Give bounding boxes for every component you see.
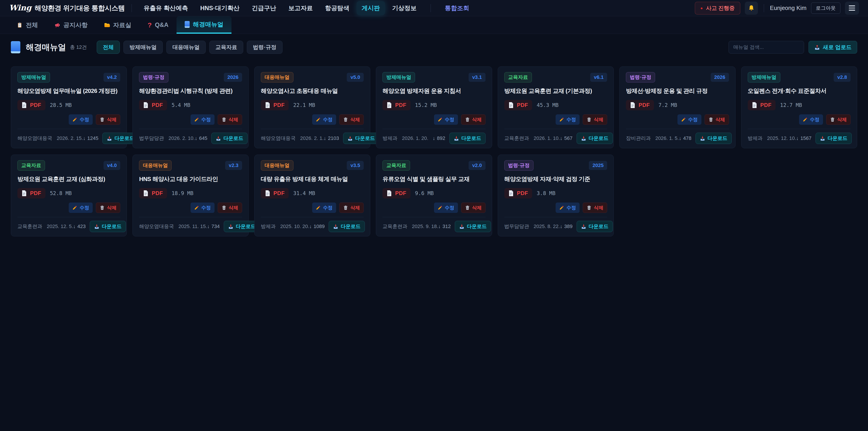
- delete-button[interactable]: 삭제: [339, 203, 364, 213]
- download-icon: [820, 135, 825, 141]
- nav-item-board[interactable]: 게시판: [357, 1, 385, 15]
- filter-chip-education[interactable]: 교육자료: [209, 41, 243, 54]
- version-badge: 2026: [711, 73, 729, 82]
- download-button[interactable]: 다운로드: [90, 221, 126, 232]
- manual-card: 대응매뉴얼 v3.5 대량 유출유 방제 대응 체계 매뉴얼 PDF 31.4 …: [254, 155, 370, 237]
- nav-item-aerial-search[interactable]: 항공탐색: [320, 1, 354, 15]
- folder-icon: [104, 22, 110, 28]
- download-icon: [459, 224, 465, 229]
- manual-title[interactable]: 방제요원 교육훈련 교재 (기본과정): [504, 87, 607, 95]
- manual-title[interactable]: 해양오염방제 업무매뉴얼 (2026 개정판): [18, 87, 120, 95]
- download-button[interactable]: 다운로드: [455, 221, 491, 232]
- nav-item-reports[interactable]: 보고자료: [283, 1, 318, 15]
- manual-title[interactable]: 방제요원 교육훈련 교재 (심화과정): [18, 175, 120, 183]
- edit-button[interactable]: 수정: [434, 203, 458, 213]
- download-button[interactable]: 다운로드: [343, 133, 379, 144]
- download-button[interactable]: 다운로드: [450, 133, 486, 144]
- download-button[interactable]: 다운로드: [329, 221, 365, 232]
- download-button[interactable]: 다운로드: [695, 133, 732, 144]
- file-size: 52.8 MB: [50, 190, 72, 196]
- edit-button[interactable]: 수정: [312, 203, 336, 213]
- manual-title[interactable]: 해양환경관리법 시행규칙 (방제 관련): [139, 87, 242, 95]
- filter-chip-all[interactable]: 전체: [97, 41, 120, 54]
- delete-button[interactable]: 삭제: [583, 114, 607, 125]
- nav-item-weather[interactable]: 기상정보: [387, 1, 422, 15]
- topbar: Wing 해양환경 위기대응 통합시스템 유출유 확산예측 HNS·대기확산 긴…: [0, 0, 868, 16]
- tab-qna[interactable]: ? Q&A: [140, 16, 177, 34]
- manual-title[interactable]: HNS 해양사고 대응 가이드라인: [139, 175, 242, 183]
- card-actions: 수정 삭제: [261, 114, 364, 125]
- file-size: 28.5 MB: [50, 102, 72, 108]
- card-footer: 방제과 2025. 12. 10. ↓ 1567 다운로드: [748, 129, 850, 144]
- download-button[interactable]: 다운로드: [211, 133, 248, 144]
- upload-date: 2025. 11. 15.: [178, 223, 207, 229]
- download-count: ↓ 1245: [83, 135, 98, 141]
- department: 장비관리과: [626, 135, 651, 142]
- delete-button[interactable]: 삭제: [96, 114, 120, 125]
- pencil-icon: [438, 117, 442, 122]
- manual-title[interactable]: 방제선·방제정 운용 및 관리 규정: [626, 87, 729, 95]
- file-type-label: PDF: [517, 102, 528, 108]
- manual-title[interactable]: 오일펜스 전개·회수 표준절차서: [748, 87, 850, 95]
- download-icon: [700, 135, 705, 141]
- edit-button[interactable]: 수정: [799, 114, 823, 125]
- edit-button[interactable]: 수정: [677, 114, 702, 125]
- card-actions: 수정 삭제: [18, 114, 120, 125]
- delete-button[interactable]: 삭제: [96, 203, 120, 213]
- delete-button[interactable]: 삭제: [461, 203, 486, 213]
- edit-button[interactable]: 수정: [191, 203, 215, 213]
- manual-title[interactable]: 해양오염방제 자재·약제 검정 기준: [504, 175, 607, 183]
- edit-button[interactable]: 수정: [191, 114, 215, 125]
- filter-chip-control-manual[interactable]: 방제매뉴얼: [123, 41, 163, 54]
- file-row: PDF 18.9 MB: [139, 188, 242, 198]
- delete-button[interactable]: 삭제: [218, 114, 242, 125]
- department: 교육훈련과: [382, 223, 407, 230]
- edit-button[interactable]: 수정: [312, 114, 336, 125]
- delete-button[interactable]: 삭제: [826, 114, 850, 125]
- card-footer: 방제과 2025. 10. 20. ↓ 1089 다운로드: [261, 217, 364, 232]
- delete-button[interactable]: 삭제: [339, 114, 364, 125]
- logout-button[interactable]: 로그아웃: [811, 2, 840, 14]
- download-button[interactable]: 다운로드: [815, 133, 852, 144]
- file-type-label: PDF: [395, 190, 406, 196]
- filter-chip-response-manual[interactable]: 대응매뉴얼: [166, 41, 206, 54]
- department: 해양오염대응국: [18, 135, 52, 142]
- nav-item-hns-diffusion[interactable]: HNS·대기확산: [195, 1, 245, 15]
- tab-notices[interactable]: 공지사항: [46, 16, 96, 34]
- manual-title[interactable]: 해양오염 방제자원 운용 지침서: [382, 87, 485, 95]
- card-header: 대응매뉴얼 v5.0: [261, 72, 364, 83]
- delete-button[interactable]: 삭제: [218, 203, 242, 213]
- nav-item-spill-forecast[interactable]: 유출유 확산예측: [138, 1, 193, 15]
- download-button[interactable]: 다운로드: [577, 221, 613, 232]
- download-button[interactable]: 다운로드: [577, 133, 613, 144]
- delete-button[interactable]: 삭제: [583, 203, 607, 213]
- card-header: 교육자료 v2.0: [382, 160, 485, 171]
- tab-manuals[interactable]: 해경매뉴얼: [177, 16, 231, 34]
- manual-title[interactable]: 해양오염사고 초동대응 매뉴얼: [261, 87, 364, 95]
- tab-all[interactable]: 전체: [8, 16, 46, 34]
- version-badge: 2025: [589, 161, 607, 170]
- edit-button[interactable]: 수정: [69, 114, 93, 125]
- file-type-label: PDF: [30, 190, 41, 196]
- delete-button[interactable]: 삭제: [705, 114, 729, 125]
- upload-date: 2025. 8. 22.: [534, 223, 560, 229]
- notification-button[interactable]: [745, 2, 758, 15]
- manual-title[interactable]: 대량 유출유 방제 대응 체계 매뉴얼: [261, 175, 364, 183]
- upload-button[interactable]: 새로 업로드: [809, 41, 857, 54]
- version-badge: v4.0: [103, 161, 121, 170]
- tab-archive[interactable]: 자료실: [96, 16, 140, 34]
- manual-title[interactable]: 유류오염 식별 및 샘플링 실무 교재: [382, 175, 485, 183]
- app-logo: Wing 해양환경 위기대응 통합시스템: [9, 3, 125, 13]
- file-size: 3.8 MB: [537, 190, 555, 196]
- edit-button[interactable]: 수정: [434, 114, 458, 125]
- nav-item-emergency-rescue[interactable]: 긴급구난: [247, 1, 281, 15]
- edit-button[interactable]: 수정: [69, 203, 93, 213]
- filter-chip-law[interactable]: 법령·규정: [247, 41, 283, 54]
- delete-button[interactable]: 삭제: [461, 114, 486, 125]
- nav-item-integrated-search[interactable]: 통합조회: [440, 1, 474, 15]
- edit-button[interactable]: 수정: [556, 203, 580, 213]
- search-input[interactable]: [728, 41, 804, 54]
- menu-button[interactable]: [845, 2, 859, 15]
- card-actions: 수정 삭제: [748, 114, 850, 125]
- edit-button[interactable]: 수정: [556, 114, 580, 125]
